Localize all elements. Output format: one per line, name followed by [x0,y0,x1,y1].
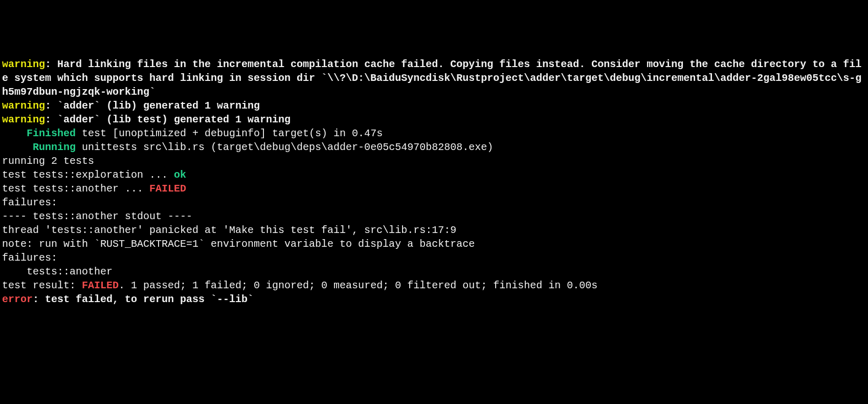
terminal-output: warning: Hard linking files in the incre… [2,57,866,306]
error-line: error: test failed, to rerun pass `--lib… [2,292,866,306]
warning-label: warning [2,100,45,112]
failed-test-name: tests::another [2,265,866,279]
running-line: Running unittests src\lib.rs (target\deb… [2,140,866,154]
finished-line: Finished test [unoptimized + debuginfo] … [2,126,866,140]
panic-message: thread 'tests::another' panicked at 'Mak… [2,223,866,237]
test-result-summary: test result: FAILED. 1 passed; 1 failed;… [2,279,866,292]
failures-header: failures: [2,196,866,209]
error-label: error [2,293,33,305]
warning-message: Hard linking files in the incremental co… [2,58,861,98]
failures-header-2: failures: [2,251,866,265]
ok-status: ok [174,169,186,181]
test-result-exploration: test tests::exploration ... ok [2,168,866,182]
test-result-another: test tests::another ... FAILED [2,182,866,196]
failed-status: FAILED [82,280,119,291]
finished-label: Finished [27,127,76,139]
warning-line-1: warning: Hard linking files in the incre… [2,57,866,99]
warning-line-3: warning: `adder` (lib test) generated 1 … [2,113,866,126]
running-tests-count: running 2 tests [2,154,866,168]
running-label: Running [33,141,76,153]
warning-line-2: warning: `adder` (lib) generated 1 warni… [2,99,866,113]
failed-status: FAILED [149,183,186,195]
warning-label: warning [2,114,45,125]
backtrace-note: note: run with `RUST_BACKTRACE=1` enviro… [2,237,866,251]
stdout-header: ---- tests::another stdout ---- [2,209,866,223]
warning-label: warning [2,58,45,70]
